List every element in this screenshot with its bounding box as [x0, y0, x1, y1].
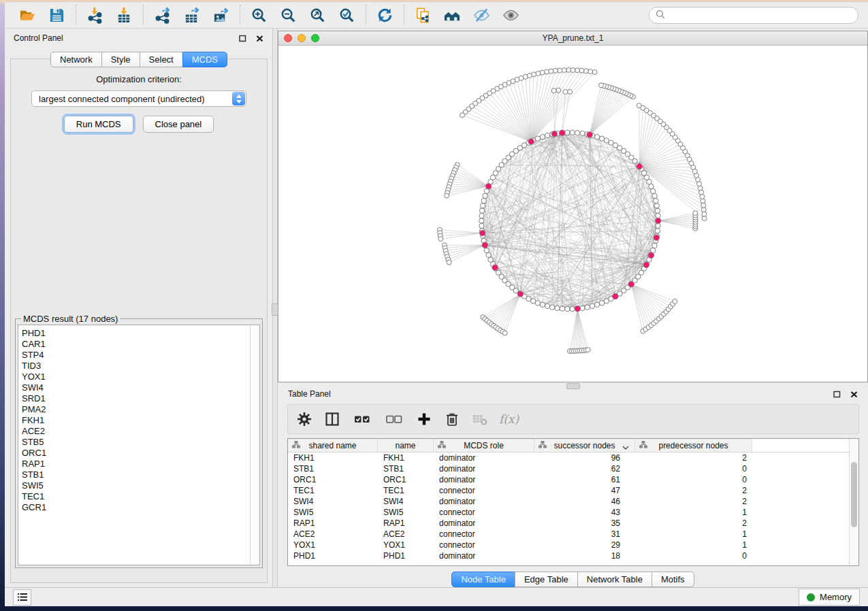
cell-successor-nodes[interactable]: 96: [534, 453, 635, 463]
table-row[interactable]: PHD1PHD1dominator180: [288, 550, 849, 561]
cell-name[interactable]: FKH1: [378, 453, 434, 463]
run-mcds-button[interactable]: Run MCDS: [64, 116, 133, 133]
table-scrollbar-thumb[interactable]: [851, 462, 857, 527]
table-row[interactable]: RAP1RAP1dominator352: [288, 518, 849, 529]
cell-shared-name[interactable]: RAP1: [288, 518, 378, 528]
cell-MCDS-role[interactable]: dominator: [434, 497, 534, 506]
cell-MCDS-role[interactable]: dominator: [434, 475, 534, 484]
mcds-node-item[interactable]: FKH1: [22, 415, 250, 426]
tab-select[interactable]: Select: [140, 52, 183, 67]
clone-network-button[interactable]: [414, 6, 432, 24]
apply-preferred-layout-button[interactable]: [376, 6, 394, 24]
cell-name[interactable]: PHD1: [378, 551, 434, 561]
hide-graphics-details-button[interactable]: [472, 6, 491, 24]
first-neighbors-button[interactable]: [443, 6, 462, 24]
cell-successor-nodes[interactable]: 46: [534, 497, 635, 506]
cell-successor-nodes[interactable]: 61: [534, 475, 635, 484]
cell-name[interactable]: YOX1: [378, 540, 434, 550]
cell-predecessor-nodes[interactable]: 0: [635, 464, 752, 474]
cell-successor-nodes[interactable]: 62: [534, 464, 635, 474]
cell-shared-name[interactable]: SWI5: [288, 508, 378, 517]
cell-MCDS-role[interactable]: connector: [434, 486, 534, 495]
cell-shared-name[interactable]: ORC1: [288, 475, 378, 484]
search-input[interactable]: [669, 10, 852, 20]
column-header-MCDS-role[interactable]: MCDS role: [434, 439, 534, 452]
table-row[interactable]: ORC1ORC1dominator610: [288, 474, 849, 485]
float-panel-icon[interactable]: [238, 34, 246, 42]
tab-mcds[interactable]: MCDS: [182, 52, 227, 67]
export-network-button[interactable]: [153, 6, 172, 24]
mcds-node-item[interactable]: SRD1: [22, 393, 250, 404]
cell-name[interactable]: TEC1: [378, 486, 434, 495]
memory-button[interactable]: Memory: [799, 589, 860, 606]
zoom-out-button[interactable]: [279, 6, 298, 24]
cell-shared-name[interactable]: STB1: [288, 464, 378, 474]
mcds-node-item[interactable]: TID3: [22, 361, 250, 371]
cell-MCDS-role[interactable]: connector: [434, 529, 534, 539]
cell-predecessor-nodes[interactable]: 1: [635, 540, 752, 550]
zoom-selected-region-button[interactable]: [338, 6, 356, 24]
close-panel-icon[interactable]: [255, 34, 263, 42]
tab-node-table[interactable]: Node Table: [451, 572, 515, 587]
cell-name[interactable]: SWI5: [378, 508, 434, 517]
vertical-splitter[interactable]: [272, 29, 278, 587]
mcds-node-item[interactable]: TEC1: [22, 491, 250, 502]
cell-predecessor-nodes[interactable]: 0: [635, 475, 752, 484]
float-table-panel-icon[interactable]: [833, 390, 841, 398]
column-header-shared-name[interactable]: shared name: [288, 439, 378, 452]
cell-name[interactable]: STB1: [378, 464, 434, 474]
cell-MCDS-role[interactable]: dominator: [434, 453, 534, 463]
show-graphics-details-button[interactable]: [502, 6, 520, 24]
tab-network[interactable]: Network: [50, 52, 102, 67]
cell-shared-name[interactable]: PHD1: [288, 551, 378, 561]
panel-selector-button[interactable]: [13, 589, 31, 606]
mcds-node-item[interactable]: STB5: [22, 437, 250, 448]
export-image-button[interactable]: [212, 6, 230, 24]
cell-predecessor-nodes[interactable]: 2: [635, 497, 752, 506]
tab-edge-table[interactable]: Edge Table: [515, 572, 578, 587]
export-table-button[interactable]: [182, 6, 201, 24]
cell-name[interactable]: ACE2: [378, 529, 434, 539]
cell-name[interactable]: RAP1: [378, 518, 434, 528]
network-canvas[interactable]: [278, 46, 867, 382]
table-row[interactable]: SWI5SWI5connector431: [288, 507, 849, 518]
column-header-predecessor-nodes[interactable]: predecessor nodes: [635, 439, 752, 452]
toggle-panel-columns-button[interactable]: [324, 411, 340, 427]
cell-MCDS-role[interactable]: connector: [434, 508, 534, 517]
mcds-list-scrollbar[interactable]: [250, 325, 259, 565]
cell-shared-name[interactable]: ACE2: [288, 529, 378, 539]
mcds-node-item[interactable]: YOX1: [22, 371, 250, 382]
mcds-node-item[interactable]: STB1: [22, 469, 250, 480]
cell-successor-nodes[interactable]: 35: [534, 518, 635, 528]
zoom-in-button[interactable]: [250, 6, 268, 24]
close-table-panel-icon[interactable]: [850, 390, 858, 398]
cell-MCDS-role[interactable]: dominator: [434, 464, 534, 474]
close-window-icon[interactable]: [284, 34, 292, 42]
close-panel-button[interactable]: Close panel: [143, 116, 214, 133]
table-row[interactable]: TEC1TEC1connector472: [288, 485, 849, 496]
mcds-node-item[interactable]: RAP1: [22, 459, 250, 469]
cell-predecessor-nodes[interactable]: 2: [635, 486, 752, 495]
tab-network-table[interactable]: Network Table: [577, 572, 652, 587]
cell-shared-name[interactable]: SWI4: [288, 497, 378, 506]
table-row[interactable]: YOX1YOX1connector291: [288, 540, 849, 550]
optimization-criterion-select[interactable]: largest connected component (undirected): [31, 90, 246, 107]
cell-successor-nodes[interactable]: 43: [534, 508, 635, 517]
cell-predecessor-nodes[interactable]: 0: [635, 551, 752, 561]
search-box[interactable]: [649, 7, 858, 24]
mcds-node-item[interactable]: ACE2: [22, 426, 250, 437]
import-table-file-button[interactable]: [115, 6, 133, 24]
minimize-window-icon[interactable]: [298, 34, 306, 42]
tab-style[interactable]: Style: [101, 52, 140, 67]
mcds-node-item[interactable]: ORC1: [22, 448, 250, 459]
cell-successor-nodes[interactable]: 18: [534, 551, 635, 561]
cell-predecessor-nodes[interactable]: 1: [635, 508, 752, 517]
cell-predecessor-nodes[interactable]: 1: [635, 529, 752, 539]
cell-successor-nodes[interactable]: 31: [534, 529, 635, 539]
open-session-button[interactable]: [18, 6, 37, 24]
cell-shared-name[interactable]: YOX1: [288, 540, 378, 550]
table-row[interactable]: STB1STB1dominator620: [288, 463, 849, 474]
table-scrollbar[interactable]: [849, 439, 858, 565]
tab-motifs[interactable]: Motifs: [652, 572, 694, 587]
cell-name[interactable]: ORC1: [378, 475, 434, 484]
